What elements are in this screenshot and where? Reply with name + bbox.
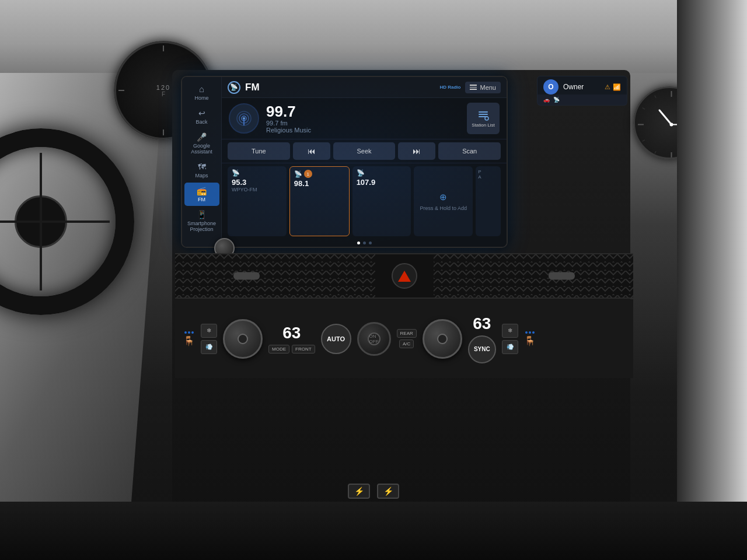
right-fan-btn[interactable]: 💨	[502, 340, 518, 354]
speed-scale-label: 120	[156, 84, 170, 91]
preset-item-2[interactable]: 📡 107.9	[352, 166, 411, 236]
hazard-button[interactable]	[392, 263, 417, 289]
user-panel-row2: 🚗 📡	[537, 94, 627, 106]
nav-item-back[interactable]: ↩ Back	[184, 105, 219, 128]
svg-rect-5	[479, 111, 488, 113]
tune-button[interactable]: Tune	[228, 142, 290, 160]
station-frequency: 99.7	[266, 103, 460, 120]
nav-back-label: Back	[196, 119, 207, 125]
left-hvac-controls: 63 MODE FRONT	[268, 324, 315, 354]
hvac-controls: 🪑 ❄ 💨 63 MODE FRONT AUTO ONOFF	[175, 299, 633, 378]
right-heat-dots	[525, 331, 535, 334]
preset-1-freq: 98.1	[294, 179, 345, 188]
rear-defrost-btn[interactable]: REAR	[397, 329, 417, 338]
nav-home-label: Home	[194, 95, 208, 101]
nav-item-smartphone[interactable]: 📱 Smartphone Projection	[184, 206, 219, 236]
svg-line-19	[643, 108, 645, 110]
right-temp-knob[interactable]	[423, 319, 462, 359]
menu-lines-icon	[470, 85, 477, 90]
screen-title: FM	[245, 82, 260, 93]
right-vent-handle[interactable]	[549, 272, 575, 280]
left-temp-knob[interactable]	[223, 319, 263, 359]
nav-smartphone-label: Smartphone Projection	[187, 220, 217, 232]
nav-item-fm[interactable]: 📻 FM	[184, 183, 219, 206]
menu-button[interactable]: Menu	[465, 82, 501, 93]
header-left: 📡 FM	[228, 81, 260, 94]
svg-line-18	[643, 140, 645, 142]
auto-button[interactable]: AUTO	[321, 324, 351, 354]
status-icons: ⚠ 📶	[605, 83, 621, 91]
nav-google-label: Google Assistant	[187, 143, 217, 155]
preset-item-0[interactable]: 📡 95.3 WPYO-FM	[228, 166, 287, 236]
defrost-btn[interactable]: ❄	[201, 324, 217, 338]
usb-port-1[interactable]: ⚡	[348, 484, 370, 499]
hd-badge: HD Radio	[439, 85, 460, 90]
steering-wheel-container: CANCEL RES/+ SET/-	[0, 128, 146, 327]
header-right: HD Radio Menu	[439, 82, 501, 93]
nav-item-google[interactable]: 🎤 Google Assistant	[184, 129, 219, 158]
nav-item-maps[interactable]: 🗺 Maps	[184, 159, 219, 182]
right-vent-grille	[434, 254, 634, 298]
svg-rect-6	[479, 114, 488, 115]
preset-1-badge: 1	[304, 170, 312, 178]
nav-maps-label: Maps	[195, 173, 208, 178]
connectivity-icon: 📡	[553, 97, 560, 103]
right-pillar	[677, 0, 747, 560]
preset-2-freq: 107.9	[357, 178, 407, 187]
station-freq-label: 99.7 fm	[266, 120, 460, 127]
home-icon: ⌂	[199, 84, 204, 94]
rear-controls: REAR A/C	[397, 329, 417, 348]
dot-2	[188, 331, 190, 334]
svg-line-17	[655, 151, 657, 153]
controls-row: Tune ⏮ Seek ⏭ Scan	[222, 139, 507, 163]
preset-item-1[interactable]: 📡 1 98.1	[289, 166, 350, 236]
car-interior: CANCEL RES/+ SET/- 120 F	[0, 0, 747, 560]
station-list-button[interactable]: Station List	[467, 103, 500, 134]
right-defrost-btn[interactable]: ❄	[502, 324, 518, 338]
radio-main-content: 📡 FM HD Radio Menu	[222, 77, 507, 247]
left-temp-display: 63	[282, 324, 301, 342]
car-icon: 🚗	[543, 97, 550, 103]
user-avatar: O	[543, 79, 558, 94]
svg-point-23	[670, 123, 673, 127]
back-icon: ↩	[198, 108, 205, 118]
menu-line-3	[470, 89, 477, 90]
nav-item-home[interactable]: ⌂ Home	[184, 80, 219, 104]
scan-button[interactable]: Scan	[438, 142, 501, 160]
preset-0-icon: 📡	[232, 169, 240, 177]
svg-line-20	[655, 96, 657, 98]
prev-button[interactable]: ⏮	[293, 142, 330, 160]
station-list-icon	[477, 109, 489, 121]
add-preset-icon: ⊕	[439, 192, 447, 202]
fan-btn[interactable]: 💨	[201, 340, 217, 354]
infotainment-screen: ⌂ Home ↩ Back 🎤 Google Assistant 🗺 Maps …	[181, 76, 508, 248]
left-heat-dots	[184, 331, 194, 334]
station-list-label: Station List	[472, 123, 495, 128]
preset-1-name	[294, 188, 345, 194]
right-small-buttons: ❄ 💨	[502, 324, 518, 354]
usb-port-2[interactable]: ⚡	[377, 484, 399, 499]
left-seat-icon[interactable]: 🪑	[183, 335, 195, 346]
station-info: 99.7 99.7 fm Religious Music	[266, 103, 460, 134]
mode-btn[interactable]: MODE	[268, 345, 289, 354]
menu-line-1	[470, 85, 477, 86]
left-vent-handle[interactable]	[233, 272, 260, 280]
ac-button[interactable]: A/C	[399, 340, 414, 348]
seek-button[interactable]: Seek	[333, 142, 396, 160]
r-dot-2	[529, 331, 531, 334]
front-defrost-btn[interactable]: FRONT	[292, 345, 315, 354]
vent-grille-area	[175, 253, 633, 299]
right-seat-icon[interactable]: 🪑	[524, 335, 536, 346]
next-button[interactable]: ⏭	[398, 142, 435, 160]
fan-speed-knob[interactable]: ONOFF	[357, 322, 391, 356]
sync-button[interactable]: SYNC	[468, 335, 496, 363]
menu-label: Menu	[480, 84, 496, 91]
on-off-label: ONOFF	[369, 334, 379, 344]
dot-3	[369, 242, 372, 244]
wifi-icon: 📶	[613, 83, 621, 91]
left-seat-heat: 🪑	[183, 331, 195, 346]
preset-add-item[interactable]: ⊕ Press & Hold to Add	[414, 166, 473, 236]
screen-header: 📡 FM HD Radio Menu	[222, 77, 507, 98]
bottom-console	[0, 502, 747, 560]
r-dot-3	[532, 331, 535, 334]
